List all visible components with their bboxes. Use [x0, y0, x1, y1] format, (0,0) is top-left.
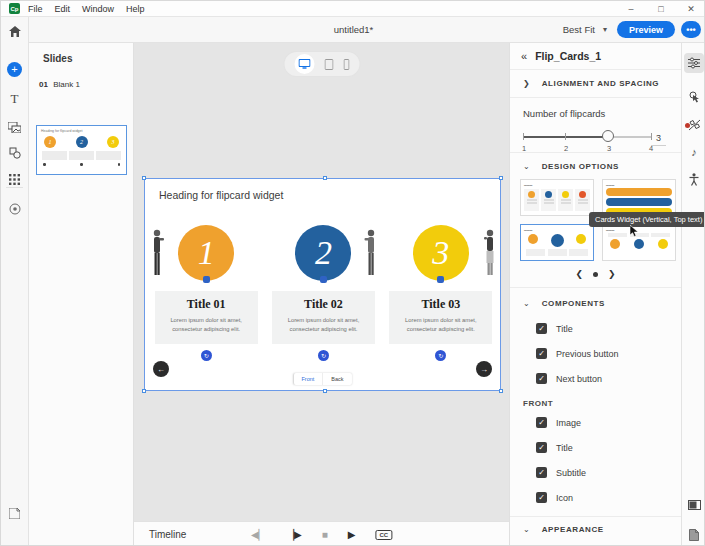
collapse-panel-icon[interactable]: «: [521, 50, 527, 62]
record-icon[interactable]: [7, 201, 23, 217]
selection-handle[interactable]: [499, 389, 503, 393]
interactions-icon[interactable]: [684, 87, 704, 107]
design-dot: [528, 191, 535, 198]
flipcard-text-block[interactable]: Title 03 Lorem ipsum dolor sit amet, con…: [389, 291, 492, 344]
checkbox-front-title[interactable]: ✓ Title: [510, 435, 681, 460]
checkbox-checked-icon[interactable]: ✓: [536, 492, 547, 503]
flipcards-slider[interactable]: 1 2 3 4 3: [523, 131, 668, 151]
carousel-next-icon[interactable]: ❯: [608, 269, 616, 279]
properties-icon[interactable]: [684, 53, 704, 73]
front-tab[interactable]: Front: [293, 373, 322, 385]
flipcard-widget[interactable]: Heading for flipcard widget 1 Title 01 L…: [144, 178, 501, 391]
audio-icon[interactable]: ♪: [684, 142, 704, 162]
checkbox-checked-icon[interactable]: ✓: [536, 417, 547, 428]
menu-edit[interactable]: Edit: [55, 4, 71, 14]
checkbox-checked-icon[interactable]: ✓: [536, 373, 547, 384]
media-icon[interactable]: [7, 119, 23, 135]
selection-handle[interactable]: [323, 176, 327, 180]
flipcard-subtitle[interactable]: Lorem ipsum dolor sit amet, consectetur …: [272, 316, 375, 333]
flip-icon[interactable]: ↻: [318, 350, 329, 361]
flipcard-title[interactable]: Title 01: [155, 297, 258, 312]
mobile-icon[interactable]: [343, 59, 349, 70]
preview-button[interactable]: Preview: [617, 21, 675, 38]
checkbox-title[interactable]: ✓ Title: [510, 316, 681, 341]
checkbox-previous-button[interactable]: ✓ Previous button: [510, 341, 681, 366]
checkbox-next-button[interactable]: ✓ Next button: [510, 366, 681, 391]
add-icon[interactable]: +: [7, 61, 23, 77]
image-swap-icon[interactable]: [203, 276, 210, 283]
checkbox-checked-icon[interactable]: ✓: [536, 442, 547, 453]
play-icon[interactable]: ▶: [348, 529, 356, 540]
minimize-icon[interactable]: –: [616, 1, 646, 17]
flipcard-number-circle[interactable]: 3: [413, 225, 469, 281]
checkbox-icon[interactable]: ✓ Icon: [510, 485, 681, 510]
checkbox-checked-icon[interactable]: ✓: [536, 323, 547, 334]
desktop-icon[interactable]: [294, 54, 314, 74]
menu-bar: Cp File Edit Window Help – □ ✕: [1, 1, 705, 17]
notes-icon[interactable]: [7, 505, 23, 521]
checkbox-checked-icon[interactable]: ✓: [536, 348, 547, 359]
menu-window[interactable]: Window: [82, 4, 114, 14]
flipcard-title[interactable]: Title 02: [272, 297, 375, 312]
home-icon[interactable]: [7, 23, 23, 39]
carousel-prev-icon[interactable]: ❮: [575, 269, 583, 279]
selection-handle[interactable]: [142, 176, 146, 180]
design-option-3-selected[interactable]: ▬▬▬: [520, 224, 594, 261]
selection-handle[interactable]: [142, 389, 146, 393]
selection-handle[interactable]: [499, 176, 503, 180]
design-option-2[interactable]: ▬▬▬: [602, 179, 676, 216]
section-design-options[interactable]: ⌄ DESIGN OPTIONS: [510, 153, 681, 179]
maximize-icon[interactable]: □: [646, 1, 676, 17]
slide-thumbnail[interactable]: Heading for flipcard widget 1 2 3: [36, 125, 127, 175]
design-option-4[interactable]: ▬▬▬: [602, 224, 676, 261]
effects-icon[interactable]: [684, 115, 704, 135]
section-appearance[interactable]: ⌄ APPEARANCE: [510, 516, 681, 542]
checkbox-subtitle[interactable]: ✓ Subtitle: [510, 460, 681, 485]
widget-heading[interactable]: Heading for flipcard widget: [159, 189, 283, 201]
flipcard-text-block[interactable]: Title 01 Lorem ipsum dolor sit amet, con…: [155, 291, 258, 344]
flipcard-number-circle[interactable]: 2: [295, 225, 351, 281]
flipcard-2[interactable]: 2 Title 02 Lorem ipsum dolor sit amet, c…: [271, 211, 375, 361]
flipcard-title[interactable]: Title 03: [389, 297, 492, 312]
next-button[interactable]: →: [476, 361, 492, 377]
step-forward-icon[interactable]: ▕▶: [286, 529, 301, 540]
flipcard-1[interactable]: 1 Title 01 Lorem ipsum dolor sit amet, c…: [154, 211, 258, 361]
menu-help[interactable]: Help: [126, 4, 145, 14]
menu-file[interactable]: File: [28, 4, 43, 14]
checkbox-checked-icon[interactable]: ✓: [536, 467, 547, 478]
section-alignment-spacing[interactable]: ❯ ALIGNMENT AND SPACING: [510, 70, 681, 98]
flipcard-3[interactable]: 3 Title 03 Lorem ipsum dolor sit amet, c…: [389, 211, 493, 361]
carousel-dot[interactable]: [593, 272, 598, 277]
selection-handle[interactable]: [323, 389, 327, 393]
flipcard-subtitle[interactable]: Lorem ipsum dolor sit amet, consectetur …: [389, 316, 492, 333]
design-option-1[interactable]: ▬▬▬: [520, 179, 594, 216]
front-section-label: FRONT: [510, 391, 681, 410]
widgets-icon[interactable]: [7, 171, 23, 187]
image-swap-icon[interactable]: [437, 276, 444, 283]
layout-panel-icon[interactable]: [684, 495, 704, 515]
accessibility-icon[interactable]: [684, 169, 704, 189]
tablet-icon[interactable]: [324, 59, 333, 70]
more-options-button[interactable]: •••: [681, 21, 701, 38]
flipcards-count-value[interactable]: 3: [651, 133, 666, 146]
section-components[interactable]: ⌄ COMPONENTS: [510, 290, 681, 316]
timeline-label[interactable]: Timeline: [134, 529, 186, 540]
previous-button[interactable]: ←: [153, 361, 169, 377]
step-back-icon[interactable]: ◀▏: [251, 529, 266, 540]
back-tab[interactable]: Back: [322, 373, 351, 385]
cc-icon[interactable]: CC: [375, 530, 392, 540]
checkbox-image[interactable]: ✓ Image: [510, 410, 681, 435]
text-icon[interactable]: T: [7, 91, 23, 107]
slider-handle[interactable]: [602, 130, 614, 142]
flipcard-number-circle[interactable]: 1: [178, 225, 234, 281]
image-swap-icon[interactable]: [320, 276, 327, 283]
shapes-icon[interactable]: [7, 145, 23, 161]
close-icon[interactable]: ✕: [676, 1, 705, 17]
flip-icon[interactable]: ↻: [435, 350, 446, 361]
flipcard-subtitle[interactable]: Lorem ipsum dolor sit amet, consectetur …: [155, 316, 258, 333]
flip-icon[interactable]: ↻: [201, 350, 212, 361]
document-panel-icon[interactable]: [684, 525, 704, 545]
zoom-select[interactable]: Best Fit ▾: [563, 24, 607, 35]
flipcard-text-block[interactable]: Title 02 Lorem ipsum dolor sit amet, con…: [272, 291, 375, 344]
stop-icon[interactable]: ■: [322, 529, 328, 540]
